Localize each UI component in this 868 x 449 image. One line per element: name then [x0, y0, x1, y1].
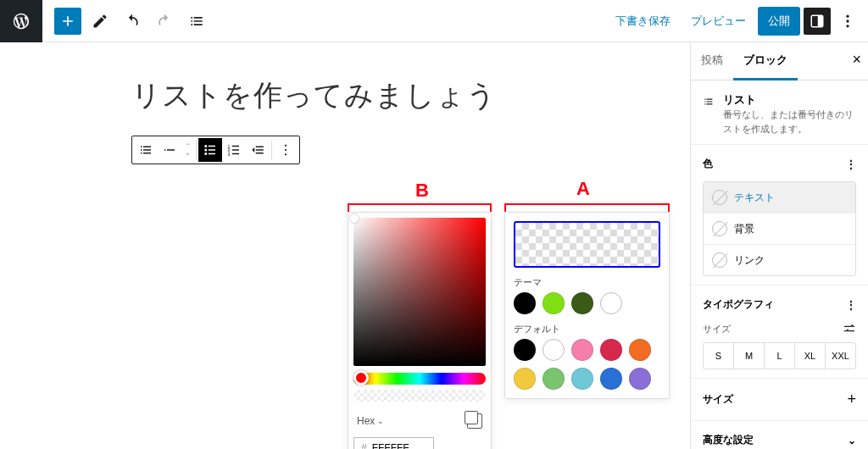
list-block-icon[interactable] [134, 138, 158, 162]
svg-rect-16 [232, 153, 239, 155]
section-typo-title: タイポグラフィ [703, 297, 774, 312]
undo-icon[interactable] [119, 8, 146, 35]
block-toolbar: ⌃⌄ 123 [131, 136, 300, 164]
theme-swatch[interactable] [600, 292, 622, 314]
size-xxl[interactable]: XXL [825, 343, 855, 369]
custom-color-picker: Hex⌄ #FFFFFF [348, 212, 492, 449]
svg-point-19 [285, 153, 287, 155]
size-buttons: SMLXLXXL [703, 342, 856, 369]
default-swatch[interactable] [629, 368, 651, 390]
transparent-preview[interactable] [514, 221, 660, 268]
tab-block[interactable]: ブロック [733, 42, 798, 80]
theme-swatch[interactable] [571, 292, 593, 314]
svg-point-4 [846, 25, 849, 27]
default-swatch[interactable] [514, 368, 536, 390]
svg-rect-10 [209, 153, 215, 155]
bulleted-list-button[interactable] [198, 138, 222, 162]
color-text-row[interactable]: テキスト [704, 182, 855, 213]
hex-input[interactable]: #FFFFFF [353, 437, 434, 449]
annotation-bracket-b [348, 203, 492, 210]
svg-rect-15 [232, 149, 239, 151]
svg-point-5 [204, 145, 207, 147]
svg-text:3: 3 [228, 152, 231, 157]
svg-point-6 [204, 149, 207, 152]
sidebar-tabs: 投稿 ブロック × [691, 42, 868, 80]
color-bg-row[interactable]: 背景 [704, 213, 855, 244]
settings-sidebar: 投稿 ブロック × リスト 番号なし、または番号付きのリストを作成します。 色 … [690, 42, 868, 449]
hue-slider[interactable] [353, 373, 486, 385]
save-draft-link[interactable]: 下書き保存 [607, 7, 679, 36]
add-block-button[interactable] [54, 8, 81, 35]
preview-link[interactable]: プレビュー [682, 7, 754, 36]
settings-toggle-button[interactable] [804, 8, 831, 35]
move-arrows[interactable]: ⌃⌄ [181, 143, 194, 157]
svg-point-18 [285, 149, 287, 151]
list-view-icon[interactable] [183, 8, 210, 35]
size-l[interactable]: L [764, 343, 794, 369]
default-swatch[interactable] [571, 368, 593, 390]
editor-canvas: リストを作ってみましょう ⌃⌄ 123 リスト B A Hex⌄ [0, 42, 690, 449]
alpha-slider[interactable] [353, 390, 486, 402]
section-color-title: 色 [703, 157, 713, 171]
annotation-bracket-a [504, 203, 670, 210]
size-s[interactable]: S [704, 343, 733, 369]
list-icon [703, 92, 715, 111]
close-icon[interactable]: × [852, 51, 861, 69]
format-select[interactable]: Hex⌄ [357, 415, 384, 427]
wp-logo[interactable] [0, 0, 42, 42]
color-link-row[interactable]: リンク [704, 244, 855, 275]
default-swatch[interactable] [542, 368, 565, 390]
edit-mode-icon[interactable] [86, 8, 114, 35]
settings-slider-icon[interactable] [843, 322, 856, 335]
post-title[interactable]: リストを作ってみましょう [131, 76, 690, 115]
block-more-icon[interactable] [274, 138, 298, 162]
default-swatch[interactable] [514, 339, 536, 361]
section-more-icon[interactable]: ⋮ [846, 158, 856, 170]
outdent-button[interactable] [246, 138, 270, 162]
top-toolbar: 下書き保存 プレビュー 公開 [0, 0, 868, 42]
more-options-icon[interactable] [834, 8, 861, 35]
theme-swatch[interactable] [514, 292, 536, 314]
default-swatch[interactable] [571, 339, 593, 361]
publish-button[interactable]: 公開 [758, 7, 800, 36]
size-m[interactable]: M [733, 343, 764, 369]
svg-rect-9 [209, 149, 215, 151]
default-label: デフォルト [514, 323, 660, 335]
svg-rect-1 [818, 15, 823, 27]
default-swatch[interactable] [600, 368, 622, 390]
section-size[interactable]: サイズ+ [691, 378, 868, 420]
svg-point-7 [204, 152, 207, 155]
default-swatches [514, 339, 660, 390]
section-more-icon[interactable]: ⋮ [846, 299, 856, 311]
default-swatch[interactable] [629, 339, 651, 361]
svg-point-2 [846, 14, 849, 17]
default-swatch[interactable] [600, 339, 622, 361]
annotation-b: B [415, 180, 429, 202]
size-xl[interactable]: XL [794, 343, 825, 369]
copy-icon[interactable] [467, 413, 482, 429]
default-swatch[interactable] [542, 339, 565, 361]
saturation-gradient[interactable] [353, 218, 486, 366]
theme-swatch[interactable] [542, 292, 565, 314]
size-label: サイズ [703, 323, 731, 335]
svg-point-17 [285, 145, 287, 147]
redo-icon[interactable] [151, 8, 178, 35]
svg-rect-8 [209, 146, 215, 147]
svg-rect-14 [232, 146, 239, 147]
block-name: リスト [723, 92, 856, 108]
theme-swatches [514, 292, 660, 314]
color-swatches-panel: テーマ デフォルト [504, 212, 670, 399]
block-description: 番号なし、または番号付きのリストを作成します。 [723, 108, 856, 136]
list-item-icon[interactable] [158, 138, 181, 162]
theme-label: テーマ [514, 276, 660, 289]
tab-post[interactable]: 投稿 [691, 42, 733, 80]
svg-point-3 [846, 19, 849, 22]
annotation-a: A [576, 178, 590, 200]
numbered-list-button[interactable]: 123 [222, 138, 246, 162]
section-advanced[interactable]: 高度な設定⌄ [691, 420, 868, 449]
